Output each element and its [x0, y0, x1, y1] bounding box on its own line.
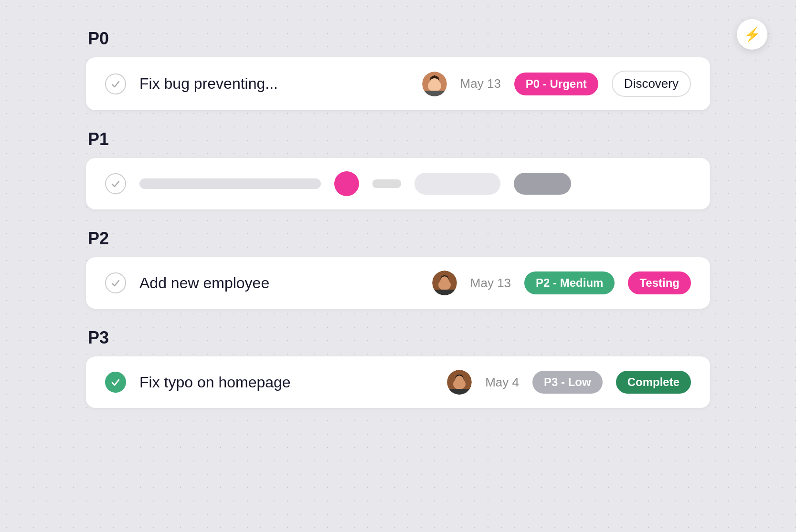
task-title: Fix typo on homepage: [139, 374, 434, 391]
task-title: Add new employee: [139, 274, 419, 292]
section-label-p0: P0: [86, 29, 710, 49]
section-label-p1: P1: [86, 129, 710, 149]
task-status-badge[interactable]: Complete: [616, 371, 691, 394]
task-card[interactable]: [86, 158, 710, 209]
task-check-icon[interactable]: [105, 73, 126, 94]
task-card[interactable]: Fix bug preventing... May 13P0 - UrgentD…: [86, 57, 710, 110]
skeleton-title: [139, 178, 321, 189]
task-date: May 13: [470, 276, 511, 291]
task-priority-badge[interactable]: P2 - Medium: [524, 271, 615, 294]
skeleton-badge-status: [514, 173, 571, 195]
task-avatar: [422, 72, 447, 96]
section-p3: P3Fix typo on homepage May 4P3 - LowComp…: [86, 328, 710, 408]
svg-rect-3: [422, 91, 447, 96]
task-card[interactable]: Add new employee May 13P2 - MediumTestin…: [86, 257, 710, 309]
skeleton-avatar: [334, 171, 359, 196]
lightning-button[interactable]: ⚡: [737, 19, 767, 50]
task-check-icon[interactable]: [105, 272, 126, 293]
task-priority-badge[interactable]: P0 - Urgent: [514, 73, 598, 95]
task-check-icon[interactable]: [105, 372, 126, 393]
task-priority-badge[interactable]: P3 - Low: [532, 371, 603, 394]
task-card[interactable]: Fix typo on homepage May 4P3 - LowComple…: [86, 356, 710, 408]
svg-rect-11: [447, 389, 472, 395]
lightning-icon: ⚡: [744, 27, 761, 42]
task-status-badge[interactable]: Discovery: [612, 71, 691, 97]
task-check-icon[interactable]: [105, 173, 126, 194]
task-date: May 13: [460, 76, 501, 91]
svg-rect-7: [432, 290, 457, 295]
task-avatar: [432, 271, 457, 295]
skeleton-date: [372, 179, 401, 188]
section-label-p3: P3: [86, 328, 710, 348]
section-p0: P0Fix bug preventing... May 13P0 - Urgen…: [86, 29, 710, 110]
task-avatar: [447, 370, 472, 395]
skeleton-badge-priority: [414, 173, 500, 195]
task-date: May 4: [485, 375, 519, 390]
task-status-badge[interactable]: Testing: [628, 271, 691, 294]
section-label-p2: P2: [86, 229, 710, 249]
section-p2: P2Add new employee May 13P2 - MediumTest…: [86, 229, 710, 309]
task-title: Fix bug preventing...: [139, 75, 409, 93]
section-p1: P1: [86, 129, 710, 209]
